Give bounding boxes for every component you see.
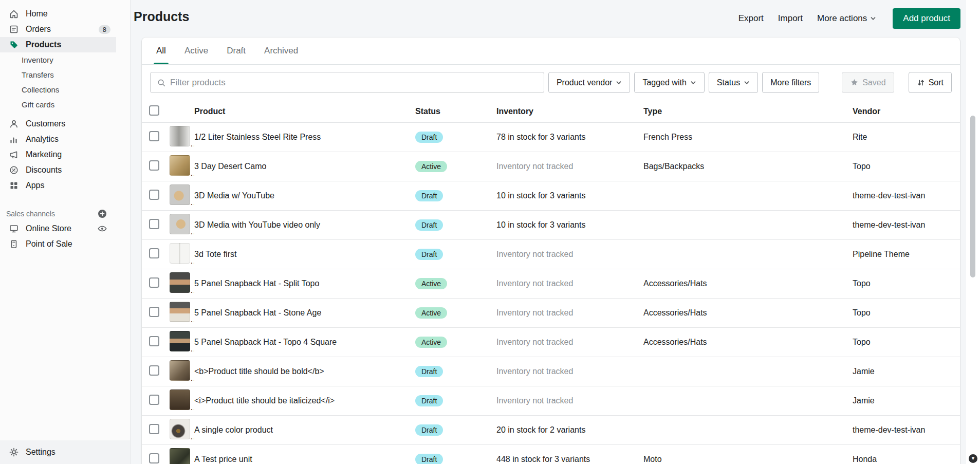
sort-button[interactable]: Sort: [909, 72, 952, 93]
row-checkbox[interactable]: [149, 424, 159, 434]
tab-active[interactable]: Active: [175, 38, 217, 64]
product-thumbnail: [170, 419, 190, 439]
sidebar-item-analytics[interactable]: Analytics: [0, 132, 130, 147]
row-checkbox-cell: [149, 277, 170, 290]
column-header-status[interactable]: Status: [415, 107, 496, 116]
column-header-vendor[interactable]: Vendor: [853, 107, 960, 116]
search-icon: [157, 78, 166, 87]
sidebar-item-orders[interactable]: Orders 8: [0, 22, 130, 37]
sort-icon: [917, 79, 925, 87]
column-header-type[interactable]: Type: [643, 107, 853, 116]
tab-draft[interactable]: Draft: [217, 38, 255, 64]
row-product-title[interactable]: <i>Product title should be italicized</i…: [194, 396, 335, 405]
column-header-product[interactable]: Product: [194, 107, 415, 116]
table-row[interactable]: 3d Tote first Draft Inventory not tracke…: [142, 240, 960, 269]
sidebar-item-point-of-sale[interactable]: Point of Sale: [0, 236, 130, 252]
tagged-with-filter-button[interactable]: Tagged with: [634, 72, 704, 93]
row-product-title[interactable]: 1/2 Liter Stainless Steel Rite Press: [194, 133, 321, 141]
products-submenu: Inventory Transfers Collections Gift car…: [0, 52, 130, 112]
table-row[interactable]: 5 Panel Snapback Hat - Stone Age Active …: [142, 299, 960, 328]
row-product-title[interactable]: A single color product: [194, 425, 273, 434]
eye-icon: [97, 224, 107, 234]
row-inventory: Inventory not tracked: [496, 308, 643, 318]
import-button[interactable]: Import: [778, 11, 803, 26]
preview-online-store-button[interactable]: [97, 224, 107, 234]
sidebar-item-transfers[interactable]: Transfers: [0, 67, 130, 82]
row-thumb-cell: [170, 448, 194, 464]
export-button[interactable]: Export: [738, 11, 764, 26]
more-filters-button[interactable]: More filters: [762, 72, 819, 93]
row-product-title[interactable]: A Test price unit: [194, 455, 252, 463]
row-checkbox[interactable]: [149, 277, 159, 288]
table-row[interactable]: 5 Panel Snapback Hat - Split Topo Active…: [142, 269, 960, 299]
row-checkbox[interactable]: [149, 395, 159, 405]
product-vendor-filter-button[interactable]: Product vendor: [548, 72, 631, 93]
row-checkbox[interactable]: [149, 248, 159, 258]
row-product-title[interactable]: 3d Tote first: [194, 250, 236, 258]
row-checkbox[interactable]: [149, 160, 159, 171]
filter-products-input[interactable]: [170, 78, 538, 88]
status-filter-label: Status: [717, 78, 740, 87]
filter-search[interactable]: [150, 72, 544, 93]
sidebar-item-customers[interactable]: Customers: [0, 116, 130, 132]
discounts-icon: [9, 165, 19, 175]
row-vendor: Topo: [853, 338, 960, 347]
product-thumbnail: [170, 184, 190, 205]
row-checkbox[interactable]: [149, 453, 159, 463]
tab-archived[interactable]: Archived: [255, 38, 307, 64]
sidebar-item-apps[interactable]: Apps: [0, 178, 130, 193]
tab-all[interactable]: All: [147, 38, 175, 64]
row-product-title[interactable]: <b>Product title should be bold</b>: [194, 367, 324, 376]
add-channel-button[interactable]: [97, 209, 107, 219]
sidebar-item-online-store[interactable]: Online Store: [0, 221, 130, 236]
row-product-title[interactable]: 5 Panel Snapback Hat - Topo 4 Square: [194, 338, 337, 346]
sidebar-item-collections[interactable]: Collections: [0, 82, 130, 97]
row-inventory: Inventory not tracked: [496, 250, 643, 259]
saved-filters-button[interactable]: Saved: [842, 72, 894, 93]
sidebar-item-products[interactable]: Products: [0, 37, 116, 52]
scroll-down-button[interactable]: ▼: [969, 454, 977, 463]
select-all-checkbox[interactable]: [149, 105, 159, 116]
main-content: Products Export Import More actions Add …: [131, 0, 966, 464]
row-checkbox[interactable]: [149, 365, 159, 376]
sidebar-item-inventory[interactable]: Inventory: [0, 52, 130, 67]
row-product-title[interactable]: 5 Panel Snapback Hat - Split Topo: [194, 279, 319, 288]
sidebar-item-home[interactable]: Home: [0, 6, 130, 22]
sidebar-item-marketing[interactable]: Marketing: [0, 147, 130, 162]
sidebar-item-settings[interactable]: Settings: [0, 440, 130, 464]
chevron-down-icon: [870, 15, 876, 22]
sidebar-item-discounts[interactable]: Discounts: [0, 162, 130, 178]
row-thumb-cell: [170, 389, 194, 412]
row-checkbox[interactable]: [149, 131, 159, 141]
home-icon: [9, 9, 19, 19]
table-row[interactable]: 5 Panel Snapback Hat - Topo 4 Square Act…: [142, 328, 960, 357]
sidebar-item-gift-cards[interactable]: Gift cards: [0, 97, 130, 112]
row-product-title[interactable]: 3D Media w/ YouTube: [194, 191, 274, 200]
row-product-title[interactable]: 5 Panel Snapback Hat - Stone Age: [194, 308, 321, 317]
table-row[interactable]: 3D Media w/ YouTube Draft 10 in stock fo…: [142, 181, 960, 211]
table-row[interactable]: A Test price unit Draft 448 in stock for…: [142, 445, 960, 464]
channel-item-label: Point of Sale: [26, 239, 72, 249]
column-header-inventory[interactable]: Inventory: [496, 107, 643, 116]
table-row[interactable]: 3 Day Desert Camo Active Inventory not t…: [142, 152, 960, 181]
header-checkbox-cell: [149, 105, 170, 118]
row-vendor: Pipeline Theme: [853, 250, 960, 259]
table-row[interactable]: <i>Product title should be italicized</i…: [142, 386, 960, 416]
saved-filters-label: Saved: [862, 78, 885, 87]
row-checkbox[interactable]: [149, 336, 159, 346]
table-row[interactable]: 3D Media with YouTube video only Draft 1…: [142, 211, 960, 240]
table-row[interactable]: 1/2 Liter Stainless Steel Rite Press Dra…: [142, 123, 960, 152]
status-filter-button[interactable]: Status: [709, 72, 758, 93]
add-product-button[interactable]: Add product: [893, 8, 960, 29]
row-checkbox[interactable]: [149, 190, 159, 200]
row-product-title[interactable]: 3 Day Desert Camo: [194, 162, 267, 171]
settings-label: Settings: [26, 448, 56, 457]
row-checkbox[interactable]: [149, 219, 159, 229]
row-checkbox[interactable]: [149, 307, 159, 317]
table-header-row: Product Status Inventory Type Vendor: [142, 100, 960, 123]
more-actions-button[interactable]: More actions: [817, 11, 876, 26]
table-row[interactable]: A single color product Draft 20 in stock…: [142, 416, 960, 445]
row-product-title[interactable]: 3D Media with YouTube video only: [194, 220, 320, 229]
scrollbar-thumb[interactable]: [970, 116, 975, 277]
table-row[interactable]: <b>Product title should be bold</b> Draf…: [142, 357, 960, 386]
